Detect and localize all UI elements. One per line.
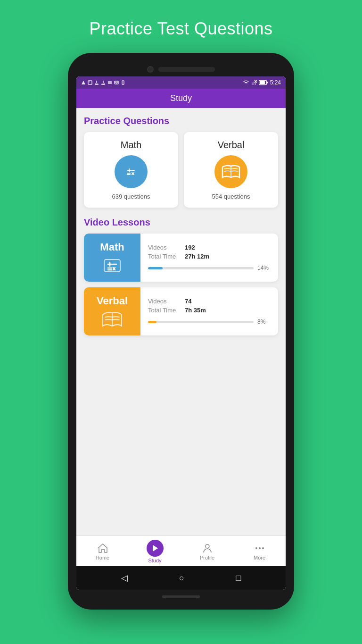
- bottom-nav: Home Study Profile: [76, 535, 286, 566]
- practice-questions-section: Practice Questions Math: [84, 116, 278, 208]
- download2-icon: [101, 80, 106, 85]
- status-icons-left: [81, 80, 125, 85]
- status-icons-right: 5:24: [243, 79, 281, 86]
- front-camera: [147, 66, 154, 73]
- math-card-title: Math: [121, 140, 141, 151]
- phone-top: [76, 61, 286, 76]
- verbal-progress-bg: [148, 321, 254, 323]
- verbal-card-count: 554 questions: [212, 193, 250, 200]
- math-video-left: Math: [84, 234, 140, 282]
- practice-cards-container: Math: [84, 132, 278, 208]
- svg-rect-3: [115, 81, 118, 84]
- verbal-videos-count: 74: [185, 298, 191, 305]
- phone-home-button: [162, 595, 200, 598]
- download-icon: [94, 80, 99, 85]
- android-recents[interactable]: □: [236, 573, 241, 583]
- speaker-grille: [158, 67, 215, 72]
- math-videos-stat: Videos 192: [148, 244, 271, 251]
- svg-rect-4: [122, 81, 124, 84]
- total-time-label-2: Total Time: [148, 307, 181, 314]
- verbal-video-left: Verbal: [84, 287, 140, 335]
- nav-home[interactable]: Home: [89, 543, 117, 560]
- more-icon: [254, 543, 265, 554]
- svg-rect-6: [253, 82, 254, 85]
- status-bar: 5:24: [76, 76, 286, 89]
- nav-profile[interactable]: Profile: [193, 543, 222, 560]
- status-time: 5:24: [270, 79, 281, 86]
- videos-label: Videos: [148, 244, 181, 251]
- study-nav-label: Study: [148, 558, 161, 563]
- math-video-icon: [102, 257, 123, 274]
- signal-icon: [251, 80, 257, 85]
- app-header-title: Study: [170, 93, 192, 103]
- app-header: Study: [76, 89, 286, 108]
- math-total-time: 27h 12m: [185, 253, 209, 260]
- image-icon: [88, 80, 92, 85]
- battery-icon: [259, 80, 268, 85]
- math-progress-container: 14%: [148, 265, 271, 271]
- verbal-card-title: Verbal: [218, 140, 245, 151]
- svg-point-31: [206, 544, 209, 548]
- verbal-progress-label: 8%: [257, 318, 271, 325]
- verbal-time-stat: Total Time 7h 35m: [148, 307, 271, 314]
- phone-icon: [121, 80, 125, 85]
- verbal-video-right: Videos 74 Total Time 7h 35m 8%: [140, 287, 278, 335]
- math-practice-card[interactable]: Math: [84, 132, 178, 208]
- math-progress-label: 14%: [257, 265, 271, 271]
- svg-rect-12: [267, 82, 268, 84]
- verbal-book-icon: [221, 163, 241, 180]
- page-headline: Practice Test Questions: [89, 19, 272, 39]
- math-time-stat: Total Time 27h 12m: [148, 253, 271, 260]
- math-progress-bg: [148, 267, 254, 269]
- practice-questions-title: Practice Questions: [84, 116, 278, 126]
- verbal-icon-circle: [214, 155, 247, 188]
- svg-rect-1: [88, 81, 92, 84]
- android-home[interactable]: ○: [179, 573, 184, 583]
- math-calculator-icon: [122, 162, 140, 181]
- verbal-progress-fill: [148, 321, 156, 323]
- app-content: Practice Questions Math: [76, 108, 286, 535]
- android-back[interactable]: ◁: [121, 573, 128, 583]
- verbal-total-time: 7h 35m: [185, 307, 206, 314]
- verbal-video-card[interactable]: Verbal Videos 74: [84, 287, 278, 335]
- mail-icon: [114, 80, 119, 85]
- svg-point-32: [255, 547, 257, 549]
- wifi-icon: [243, 80, 249, 85]
- verbal-practice-card[interactable]: Verbal 554 qu: [184, 132, 278, 208]
- nav-more[interactable]: More: [246, 543, 274, 560]
- warning-icon: [81, 80, 86, 85]
- svg-point-33: [259, 547, 261, 549]
- svg-rect-11: [260, 81, 265, 84]
- verbal-video-label: Verbal: [97, 295, 128, 307]
- total-time-label: Total Time: [148, 253, 181, 260]
- verbal-video-icon: [102, 311, 123, 328]
- study-play-icon: [147, 540, 164, 557]
- android-nav: ◁ ○ □: [76, 566, 286, 590]
- verbal-progress-container: 8%: [148, 318, 271, 325]
- svg-rect-5: [252, 83, 253, 85]
- video-lessons-title: Video Lessons: [84, 217, 278, 228]
- math-progress-fill: [148, 267, 163, 269]
- phone-frame: 5:24 Study Practice Questions Math: [68, 53, 294, 610]
- math-video-label: Math: [100, 241, 124, 253]
- more-nav-label: More: [254, 555, 265, 560]
- list-icon: [107, 80, 112, 85]
- math-videos-count: 192: [185, 244, 195, 251]
- profile-nav-label: Profile: [200, 555, 214, 560]
- math-video-card[interactable]: Math: [84, 234, 278, 282]
- svg-rect-13: [124, 165, 138, 178]
- phone-screen: 5:24 Study Practice Questions Math: [76, 76, 286, 590]
- svg-marker-0: [82, 81, 85, 84]
- svg-point-2: [89, 82, 90, 83]
- profile-icon: [202, 543, 213, 554]
- nav-study[interactable]: Study: [141, 540, 169, 563]
- home-nav-label: Home: [96, 555, 109, 560]
- math-icon-circle: [115, 155, 148, 188]
- home-icon: [97, 543, 108, 554]
- verbal-videos-stat: Videos 74: [148, 298, 271, 305]
- phone-bottom: [76, 590, 286, 601]
- svg-point-34: [262, 547, 264, 549]
- video-lessons-section: Video Lessons Math: [84, 217, 278, 335]
- math-video-right: Videos 192 Total Time 27h 12m 14%: [140, 234, 278, 282]
- math-card-count: 639 questions: [112, 193, 150, 200]
